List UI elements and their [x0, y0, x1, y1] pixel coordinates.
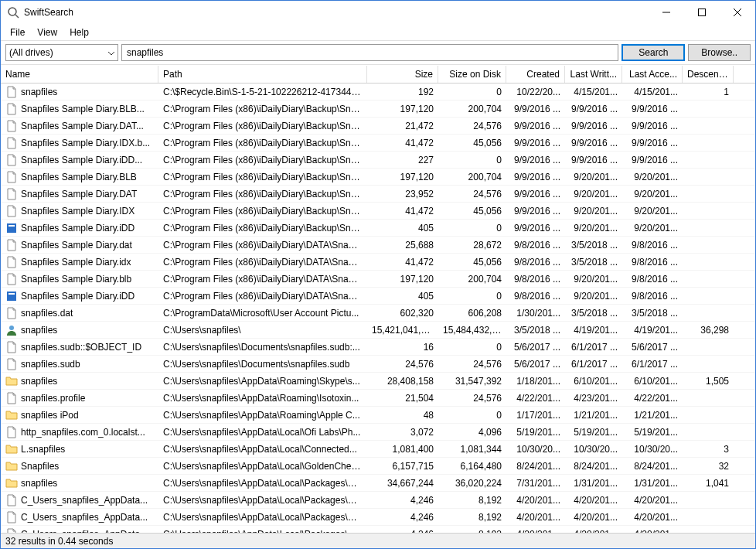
cell-last-written: 9/20/201... [565, 204, 622, 218]
cell-path: C:\Program Files (x86)\iDailyDiary\DATA\… [158, 238, 367, 252]
cell-last-accessed: 8/24/201... [622, 459, 683, 473]
cell-size: 41,472 [367, 204, 438, 218]
browse-button[interactable]: Browse.. [688, 44, 751, 61]
cell-size: 3,072 [367, 425, 438, 439]
cell-last-written: 4/20/201... [565, 493, 622, 507]
table-row[interactable]: Snapfiles Sample Diary.blbC:\Program Fil… [1, 271, 755, 288]
cell-last-accessed: 6/1/2017 ... [622, 357, 683, 371]
cell-path: C:\Program Files (x86)\iDailyDiary\Backu… [158, 221, 367, 235]
cell-name: http_snapfiles.com_0.localst... [1, 425, 158, 440]
cell-created: 9/9/2016 ... [506, 119, 565, 133]
cell-size-on-disk: 24,576 [438, 187, 506, 201]
drive-select[interactable]: (All drives) [5, 44, 118, 61]
cell-created: 7/31/201... [506, 476, 565, 490]
table-row[interactable]: snapfiles.sudb::$OBJECT_IDC:\Users\snapf… [1, 339, 755, 356]
cell-last-accessed: 5/6/2017 ... [622, 340, 683, 354]
minimize-button[interactable] [649, 1, 684, 24]
table-row[interactable]: snapfilesC:\$Recycle.Bin\S-1-5-21-102226… [1, 84, 755, 101]
cell-created: 1/17/201... [506, 408, 565, 422]
table-row[interactable]: C_Users_snapfiles_AppData...C:\Users\sna… [1, 526, 755, 533]
table-row[interactable]: snapfiles.profileC:\Users\snapfiles\AppD… [1, 390, 755, 407]
menu-view[interactable]: View [31, 26, 63, 39]
table-row[interactable]: Snapfiles Sample Diary.iDDC:\Program Fil… [1, 288, 755, 305]
search-input[interactable] [121, 44, 618, 61]
table-row[interactable]: snapfiles.sudbC:\Users\snapfiles\Documen… [1, 356, 755, 373]
col-name[interactable]: Name [1, 66, 158, 83]
cell-last-accessed: 9/8/2016 ... [622, 272, 683, 286]
table-row[interactable]: C_Users_snapfiles_AppData...C:\Users\sna… [1, 509, 755, 526]
table-row[interactable]: SnapfilesC:\Users\snapfiles\AppData\Loca… [1, 458, 755, 475]
results-rows[interactable]: snapfilesC:\$Recycle.Bin\S-1-5-21-102226… [1, 84, 755, 533]
cell-created: 9/9/2016 ... [506, 187, 565, 201]
table-row[interactable]: Snapfiles Sample Diary.iDDC:\Program Fil… [1, 220, 755, 237]
col-last-accessed[interactable]: Last Acce... [622, 66, 683, 83]
cell-size-on-disk: 1,081,344 [438, 442, 506, 456]
cell-last-accessed: 1/21/201... [622, 408, 683, 422]
col-path[interactable]: Path [158, 66, 367, 83]
cell-path: C:\Users\snapfiles\Documents\snapfiles.s… [158, 357, 367, 371]
table-row[interactable]: snapfilesC:\Users\snapfiles\15,421,041,4… [1, 322, 755, 339]
table-row[interactable]: Snapfiles Sample Diary.IDX.b...C:\Progra… [1, 135, 755, 152]
cell-last-accessed: 6/10/201... [622, 374, 683, 388]
cell-last-written: 9/20/201... [565, 289, 622, 303]
cell-size-on-disk: 8,192 [438, 527, 506, 534]
table-row[interactable]: Snapfiles Sample Diary.BLBC:\Program Fil… [1, 169, 755, 186]
file-icon [5, 256, 18, 268]
cell-descendants [683, 516, 734, 519]
cell-name: snapfiles.sudb [1, 356, 158, 372]
col-size[interactable]: Size [367, 66, 438, 83]
svg-rect-6 [7, 223, 16, 233]
table-row[interactable]: Snapfiles Sample Diary.BLB...C:\Program … [1, 101, 755, 118]
table-row[interactable]: Snapfiles Sample Diary.DAT...C:\Program … [1, 118, 755, 135]
table-row[interactable]: snapfiles.datC:\ProgramData\Microsoft\Us… [1, 305, 755, 322]
cell-last-accessed: 9/20/201... [622, 170, 683, 184]
cell-last-written: 8/24/201... [565, 459, 622, 473]
column-headers: Name Path Size Size on Disk Created Last… [1, 65, 755, 84]
cell-path: C:\Users\snapfiles\Documents\snapfiles.s… [158, 340, 367, 354]
cell-size-on-disk: 606,208 [438, 306, 506, 320]
cell-created: 9/9/2016 ... [506, 204, 565, 218]
menu-file[interactable]: File [4, 26, 31, 39]
table-row[interactable]: snapfilesC:\Users\snapfiles\AppData\Roam… [1, 373, 755, 390]
table-row[interactable]: Snapfiles Sample Diary.iDD...C:\Program … [1, 152, 755, 169]
cell-name: snapfiles [1, 84, 158, 100]
table-row[interactable]: Snapfiles Sample Diary.DATC:\Program Fil… [1, 186, 755, 203]
cell-name: Snapfiles Sample Diary.IDX.b... [1, 135, 158, 151]
close-button[interactable] [720, 1, 755, 24]
table-row[interactable]: http_snapfiles.com_0.localst...C:\Users\… [1, 424, 755, 441]
maximize-button[interactable] [684, 1, 720, 24]
cell-size: 227 [367, 153, 438, 167]
table-row[interactable]: snapfilesC:\Users\snapfiles\AppData\Loca… [1, 475, 755, 492]
col-descendants[interactable]: Descend... [683, 66, 734, 83]
file-icon [5, 358, 18, 370]
svg-point-0 [9, 8, 16, 15]
table-row[interactable]: Snapfiles Sample Diary.datC:\Program Fil… [1, 237, 755, 254]
cell-created: 10/30/20... [506, 442, 565, 456]
search-button[interactable]: Search [621, 44, 685, 61]
cell-size: 4,246 [367, 510, 438, 524]
chevron-down-icon [108, 47, 114, 58]
cell-size-on-disk: 36,020,224 [438, 476, 506, 490]
cell-path: C:\Users\snapfiles\ [158, 323, 367, 337]
statusbar: 32 results in 0.44 seconds [1, 533, 755, 548]
cell-created: 4/22/201... [506, 391, 565, 405]
cell-name: Snapfiles Sample Diary.blb [1, 271, 158, 287]
table-row[interactable]: C_Users_snapfiles_AppData...C:\Users\sna… [1, 492, 755, 509]
col-last-written[interactable]: Last Writt... [565, 66, 622, 83]
file-icon [5, 154, 18, 166]
table-row[interactable]: L.snapfilesC:\Users\snapfiles\AppData\Lo… [1, 441, 755, 458]
cell-descendants [683, 176, 734, 179]
table-row[interactable]: snapfiles iPodC:\Users\snapfiles\AppData… [1, 407, 755, 424]
table-row[interactable]: Snapfiles Sample Diary.IDXC:\Program Fil… [1, 203, 755, 220]
cell-size: 21,472 [367, 119, 438, 133]
table-row[interactable]: Snapfiles Sample Diary.idxC:\Program Fil… [1, 254, 755, 271]
col-size-on-disk[interactable]: Size on Disk [438, 66, 506, 83]
file-icon [5, 188, 18, 200]
col-created[interactable]: Created [506, 66, 565, 83]
idd-icon [5, 222, 18, 234]
cell-last-accessed: 9/9/2016 ... [622, 102, 683, 116]
menu-help[interactable]: Help [63, 26, 95, 39]
cell-created: 4/20/201... [506, 510, 565, 524]
svg-rect-7 [9, 225, 15, 227]
cell-created: 9/8/2016 ... [506, 289, 565, 303]
